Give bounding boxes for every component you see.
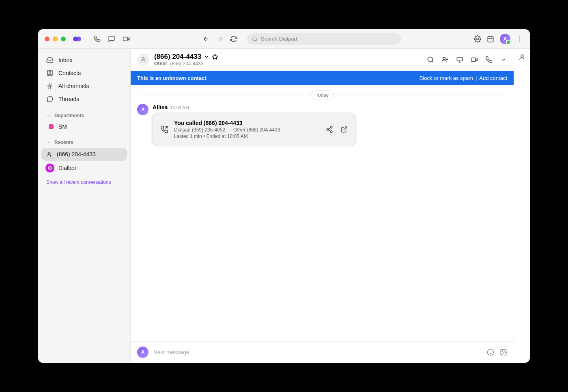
- image-icon[interactable]: [500, 349, 507, 356]
- svg-point-10: [49, 71, 51, 73]
- svg-point-19: [330, 127, 332, 129]
- sidebar: Inbox Contacts All channels Threads Depa…: [38, 49, 131, 363]
- message-time: 10:04 AM: [170, 105, 189, 110]
- titlebar: Search Dialpad A: [38, 29, 530, 49]
- app-logo: [72, 34, 82, 44]
- unknown-contact-banner: This is an unknown contact Block or mark…: [131, 71, 514, 85]
- dept-item-sm[interactable]: SM: [41, 121, 127, 132]
- svg-point-1: [76, 37, 81, 41]
- svg-rect-2: [123, 37, 128, 41]
- composer-avatar: A: [137, 347, 148, 358]
- recent-item-dialbot[interactable]: Dialbot: [41, 161, 127, 175]
- recent-item-phone[interactable]: (866) 204-4433: [41, 148, 127, 161]
- dept-color-swatch: [49, 124, 54, 129]
- contact-avatar-icon: [137, 54, 149, 66]
- call-card[interactable]: You called (866) 204-4433 Dialpad (959) …: [153, 114, 355, 145]
- call-icon[interactable]: [485, 56, 493, 63]
- add-contact-link[interactable]: Add contact: [479, 75, 507, 81]
- outgoing-call-icon: [160, 125, 168, 134]
- svg-point-6: [519, 36, 520, 37]
- call-title: You called (866) 204-4433: [174, 120, 320, 126]
- user-avatar[interactable]: A: [500, 34, 510, 44]
- banner-text: This is an unknown contact: [137, 75, 206, 81]
- conversation-pane: (866) 204-4433 Other: (866) 204-4433: [131, 49, 514, 363]
- add-person-icon[interactable]: [441, 56, 449, 63]
- svg-point-15: [428, 57, 432, 62]
- messages-area: Today A Allisa 10:04 AM: [131, 85, 514, 341]
- section-recents[interactable]: Recents: [41, 137, 127, 148]
- conversation-header: (866) 204-4433 Other: (866) 204-4433: [131, 49, 514, 71]
- show-all-recents-link[interactable]: Show all recent conversations: [41, 175, 127, 189]
- window-close[interactable]: [45, 37, 49, 41]
- svg-point-22: [488, 349, 494, 355]
- svg-rect-5: [488, 37, 493, 42]
- search-placeholder: Search Dialpad: [261, 36, 297, 42]
- svg-point-14: [142, 58, 144, 60]
- svg-point-21: [330, 131, 332, 133]
- back-icon[interactable]: [202, 35, 210, 43]
- hash-icon: [46, 82, 54, 90]
- video-call-icon[interactable]: [471, 56, 478, 63]
- svg-point-4: [477, 38, 479, 40]
- settings-icon[interactable]: [474, 35, 481, 43]
- svg-point-20: [327, 129, 329, 131]
- svg-rect-17: [457, 57, 463, 61]
- refresh-icon[interactable]: [230, 35, 237, 43]
- calendar-icon[interactable]: [487, 35, 494, 43]
- screenshare-icon[interactable]: [456, 56, 463, 63]
- contacts-icon: [46, 69, 54, 77]
- contact-details-icon[interactable]: [519, 54, 526, 61]
- block-spam-link[interactable]: Block or mark as spam: [420, 75, 473, 81]
- person-icon: [45, 151, 53, 158]
- sidebar-item-threads[interactable]: Threads: [41, 93, 127, 106]
- inbox-icon: [46, 56, 54, 64]
- threads-icon: [46, 95, 54, 103]
- share-icon[interactable]: [326, 126, 333, 133]
- svg-point-16: [443, 57, 445, 60]
- message-author: Allisa: [153, 104, 168, 110]
- svg-rect-18: [471, 58, 476, 62]
- search-in-convo-icon[interactable]: [427, 56, 434, 63]
- conversation-title[interactable]: (866) 204-4433: [154, 53, 218, 61]
- svg-point-13: [49, 168, 50, 168]
- message-avatar: A: [137, 104, 148, 115]
- phone-icon[interactable]: [93, 35, 101, 43]
- date-divider: Today: [137, 91, 507, 98]
- conversation-subtitle: Other: (866) 204-4433: [154, 61, 218, 67]
- svg-point-7: [519, 38, 520, 39]
- composer: A: [131, 341, 514, 363]
- dialbot-avatar-icon: [45, 164, 54, 172]
- call-dropdown-icon[interactable]: [500, 56, 507, 63]
- sidebar-item-channels[interactable]: All channels: [41, 80, 127, 93]
- right-rail: [514, 49, 530, 363]
- message-row: A Allisa 10:04 AM You called (866) 204-4…: [137, 104, 507, 145]
- composer-input[interactable]: [153, 349, 482, 355]
- search-bar[interactable]: Search Dialpad: [247, 33, 401, 45]
- emoji-icon[interactable]: [487, 349, 494, 356]
- call-meta: Lasted 1 min • Ended at 10:05 AM: [174, 134, 320, 139]
- app-window: Search Dialpad A Inbox Contacts All chan…: [38, 29, 530, 363]
- video-icon[interactable]: [123, 35, 130, 43]
- window-minimize[interactable]: [53, 37, 58, 41]
- forward-icon: [216, 35, 224, 43]
- chevron-down-icon: [46, 113, 51, 118]
- search-icon: [252, 36, 258, 42]
- open-external-icon[interactable]: [340, 126, 348, 133]
- section-departments[interactable]: Departments: [41, 110, 127, 121]
- svg-point-11: [48, 152, 50, 154]
- sidebar-item-contacts[interactable]: Contacts: [41, 67, 127, 80]
- more-icon[interactable]: [516, 35, 523, 43]
- svg-point-24: [502, 351, 503, 351]
- message-header: Allisa 10:04 AM: [153, 104, 507, 110]
- chevron-down-icon: [204, 54, 209, 60]
- svg-point-3: [253, 37, 256, 40]
- svg-point-8: [519, 41, 520, 41]
- call-route: Dialpad (959) 235-4052 → Other (866) 204…: [174, 127, 320, 133]
- star-icon[interactable]: [212, 54, 218, 60]
- window-zoom[interactable]: [61, 37, 66, 41]
- traffic-lights: [45, 37, 66, 41]
- svg-point-25: [521, 55, 523, 57]
- sidebar-item-inbox[interactable]: Inbox: [41, 54, 127, 67]
- message-icon[interactable]: [108, 35, 115, 43]
- chevron-down-icon: [46, 140, 51, 145]
